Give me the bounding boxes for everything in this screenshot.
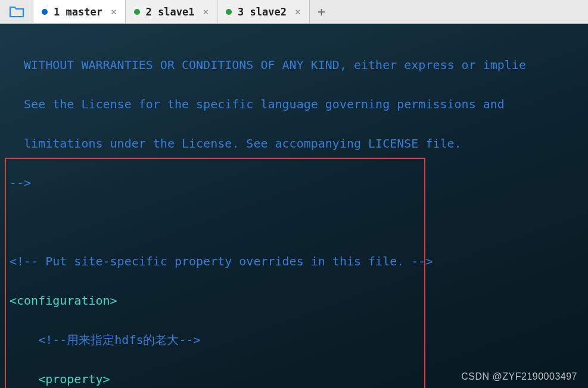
close-icon[interactable]: × <box>295 6 301 17</box>
watermark-text: CSDN @ZYF2190003497 <box>461 371 577 382</box>
comment-text: WITHOUT WARRANTIES OR CONDITIONS OF ANY … <box>10 58 526 72</box>
comment-text: 用来指定hdfs的老大 <box>67 333 179 347</box>
comment-text: <!-- Put site-specific property override… <box>10 254 433 268</box>
plus-icon: + <box>318 4 325 19</box>
folder-icon <box>9 5 24 18</box>
close-icon[interactable]: × <box>203 6 209 17</box>
tab-label: 2 slave1 <box>146 6 195 18</box>
highlight-annotation <box>5 158 425 388</box>
folder-button[interactable] <box>0 0 33 23</box>
tab-bar: 1 master × 2 slave1 × 3 slave2 × + <box>0 0 588 24</box>
new-tab-button[interactable]: + <box>310 4 334 19</box>
comment-close: --> <box>10 176 31 190</box>
tab-label: 1 master <box>54 6 102 18</box>
xml-tag: <configuration> <box>10 293 117 308</box>
comment-text: limitations under the License. See accom… <box>10 136 462 151</box>
tab-master[interactable]: 1 master × <box>33 0 126 23</box>
modified-dot-icon <box>42 9 48 15</box>
close-icon[interactable]: × <box>111 6 117 17</box>
comment-close: --> <box>179 333 201 347</box>
tab-slave2[interactable]: 3 slave2 × <box>217 0 310 23</box>
xml-tag: <property> <box>10 372 110 386</box>
code-editor[interactable]: WITHOUT WARRANTIES OR CONDITIONS OF ANY … <box>0 24 588 388</box>
comment-open: <!-- <box>10 333 67 347</box>
tab-slave1[interactable]: 2 slave1 × <box>126 0 218 23</box>
modified-dot-icon <box>134 9 140 15</box>
modified-dot-icon <box>226 9 232 15</box>
comment-text: See the License for the specific languag… <box>10 97 505 111</box>
tab-label: 3 slave2 <box>238 6 287 18</box>
